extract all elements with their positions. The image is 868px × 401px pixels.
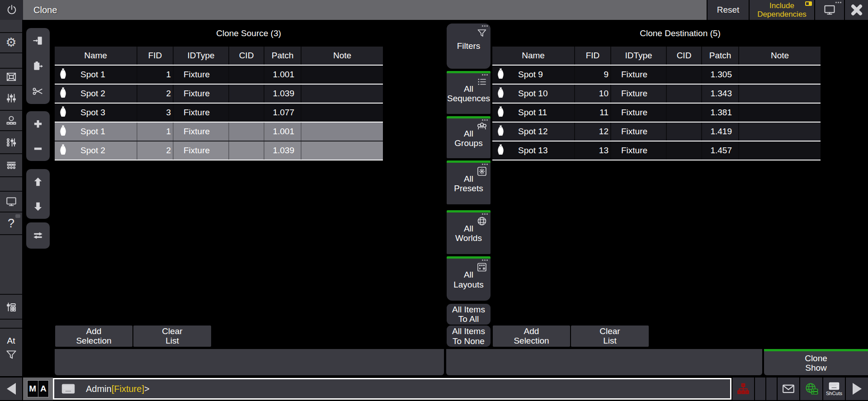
all-items-to-all-button[interactable]: All Items To All [447, 304, 491, 325]
sidebar-spacer [0, 177, 22, 192]
copy-out-icon [32, 60, 44, 72]
clone-show-button[interactable]: Clone Show [764, 349, 868, 375]
column-header-cid[interactable]: CID [228, 47, 264, 65]
messages-button[interactable] [778, 377, 799, 400]
fixture-icon [60, 87, 66, 100]
network-globe-button[interactable] [800, 377, 822, 400]
fixture-icon [60, 125, 66, 138]
command-line-input[interactable]: Admin[Fixture]> [53, 378, 731, 400]
sidebar-item-channels[interactable] [0, 131, 22, 154]
more-dots-icon [835, 2, 841, 3]
all-groups-button[interactable]: All Groups [447, 116, 491, 158]
column-header-fid[interactable]: FID [574, 47, 610, 65]
left-triangle-icon [7, 383, 16, 395]
cell-cid [666, 104, 701, 122]
table-row[interactable]: Spot 11Fixture1.001 [55, 66, 383, 85]
command-history-back-button[interactable] [0, 377, 22, 400]
scissors-icon [32, 85, 44, 97]
table-row[interactable]: Spot 1010Fixture1.343 [492, 85, 821, 104]
column-header-name[interactable]: Name [492, 47, 574, 65]
column-header-patch[interactable]: Patch [701, 47, 738, 65]
help-badge-icon [15, 214, 20, 218]
envelope-icon [782, 383, 795, 395]
all-sequences-button[interactable]: All Sequences [447, 71, 491, 114]
cell-patch: 1.039 [264, 142, 301, 160]
filter-funnel-icon [5, 349, 17, 360]
all-presets-button[interactable]: All Presets [447, 160, 491, 204]
sidebar-item-desk[interactable] [0, 154, 22, 177]
cell-note [301, 123, 383, 141]
ma-logo-segment[interactable]: MA [23, 377, 53, 400]
column-header-idtype[interactable]: IDType [610, 47, 666, 65]
statusbar-cell[interactable] [755, 377, 765, 400]
cell-patch: 1.039 [264, 85, 301, 103]
plus-icon [32, 118, 44, 130]
sidebar-item-playback[interactable] [0, 295, 22, 320]
cell-cid [666, 85, 701, 103]
minus-icon [32, 143, 44, 155]
column-header-idtype[interactable]: IDType [173, 47, 228, 65]
power-button[interactable] [0, 0, 24, 20]
all-worlds-button[interactable]: All Worlds [447, 210, 491, 254]
session-status-button[interactable] [732, 377, 754, 400]
sidebar-item-monitor[interactable] [0, 192, 22, 212]
move-up-button[interactable] [26, 169, 50, 194]
cell-note [738, 123, 821, 141]
table-row[interactable]: Spot 99Fixture1.305 [492, 66, 821, 85]
paste-button[interactable] [26, 28, 50, 53]
all-items-to-none-button[interactable]: All Items To None [447, 326, 491, 347]
sidebar-item-stage[interactable] [0, 69, 22, 86]
shortcuts-button[interactable]: ShCuts [823, 377, 845, 400]
cell-idtype: Fixture [610, 85, 666, 103]
ma-logo: MA [27, 380, 49, 397]
more-dots-icon [482, 74, 488, 75]
table-row[interactable]: Spot 22Fixture1.039 [55, 142, 383, 160]
paste-into-icon [32, 35, 44, 47]
statusbar-cell[interactable] [766, 377, 777, 400]
destination-table-header: Name FID IDType CID Patch Note [492, 47, 821, 66]
table-row[interactable]: Spot 1111Fixture1.381 [492, 104, 821, 123]
column-header-cid[interactable]: CID [666, 47, 701, 65]
faders-icon [5, 92, 17, 104]
copy-button[interactable] [26, 53, 50, 79]
source-add-selection-button[interactable]: Add Selection [55, 326, 132, 347]
table-row[interactable]: Spot 11Fixture1.001 [55, 123, 383, 142]
column-header-patch[interactable]: Patch [264, 47, 301, 65]
source-clear-list-button[interactable]: Clear List [133, 326, 211, 347]
cell-fid: 12 [574, 123, 610, 141]
shortcuts-label: ShCuts [826, 391, 842, 396]
sidebar-item-help[interactable]: ? [0, 212, 22, 235]
filter-funnel-icon [476, 28, 487, 39]
cut-button[interactable] [26, 79, 50, 104]
column-header-note[interactable]: Note [738, 47, 821, 65]
add-button[interactable] [26, 111, 50, 136]
sidebar-item-faders[interactable] [0, 86, 22, 111]
destination-add-selection-button[interactable]: Add Selection [493, 326, 570, 347]
cell-note [301, 66, 383, 84]
sidebar-item-settings[interactable]: ⚙ [0, 33, 22, 53]
filters-button[interactable]: Filters [447, 24, 491, 69]
column-header-name[interactable]: Name [55, 47, 137, 65]
sidebar-item-at-filter[interactable]: At [0, 329, 22, 376]
table-row[interactable]: Spot 1313Fixture1.457 [492, 142, 821, 160]
destination-clear-list-button[interactable]: Clear List [571, 326, 649, 347]
column-header-note[interactable]: Note [301, 47, 383, 65]
toolbar-clipboard-group [26, 28, 50, 104]
swap-button[interactable] [26, 222, 50, 249]
remove-button[interactable] [26, 136, 50, 161]
gear-icon: ⚙ [5, 37, 16, 49]
move-down-button[interactable] [26, 194, 50, 219]
screen-select-button[interactable] [815, 0, 844, 20]
column-header-fid[interactable]: FID [137, 47, 173, 65]
keyboard-icon [61, 383, 75, 394]
include-dependencies-button[interactable]: Include Dependencies [750, 0, 814, 20]
reset-button[interactable]: Reset [708, 0, 749, 20]
table-row[interactable]: Spot 1212Fixture1.419 [492, 123, 821, 142]
all-layouts-button[interactable]: All Layouts [447, 256, 491, 301]
fixture-sheet-icon [5, 115, 17, 127]
command-forward-button[interactable] [846, 377, 868, 400]
table-row[interactable]: Spot 33Fixture1.077 [55, 104, 383, 123]
close-button[interactable] [845, 0, 868, 20]
table-row[interactable]: Spot 22Fixture1.039 [55, 85, 383, 104]
sidebar-item-fixtures[interactable] [0, 111, 22, 131]
